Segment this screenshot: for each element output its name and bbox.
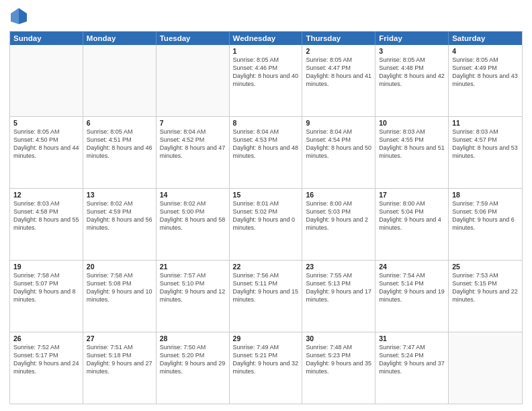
- day-number: 12: [13, 191, 79, 199]
- page: SundayMondayTuesdayWednesdayThursdayFrid…: [0, 0, 532, 411]
- calendar-cell: 30Sunrise: 7:48 AM Sunset: 5:23 PM Dayli…: [302, 332, 375, 404]
- day-info: Sunrise: 7:48 AM Sunset: 5:23 PM Dayligh…: [306, 343, 371, 376]
- day-number: 8: [233, 119, 299, 127]
- calendar-cell: 23Sunrise: 7:55 AM Sunset: 5:13 PM Dayli…: [302, 261, 375, 332]
- day-info: Sunrise: 7:50 AM Sunset: 5:20 PM Dayligh…: [160, 343, 226, 376]
- day-info: Sunrise: 8:05 AM Sunset: 4:48 PM Dayligh…: [379, 56, 445, 89]
- day-info: Sunrise: 8:05 AM Sunset: 4:51 PM Dayligh…: [87, 128, 152, 161]
- header-day-monday: Monday: [83, 32, 157, 45]
- day-number: 15: [233, 191, 299, 199]
- day-info: Sunrise: 8:03 AM Sunset: 4:55 PM Dayligh…: [379, 128, 445, 161]
- calendar-cell: 20Sunrise: 7:58 AM Sunset: 5:08 PM Dayli…: [83, 261, 157, 332]
- day-info: Sunrise: 7:49 AM Sunset: 5:21 PM Dayligh…: [233, 343, 299, 376]
- calendar-cell: 25Sunrise: 7:53 AM Sunset: 5:15 PM Dayli…: [449, 261, 522, 332]
- day-info: Sunrise: 8:04 AM Sunset: 4:54 PM Dayligh…: [306, 128, 371, 161]
- calendar-cell: 11Sunrise: 8:03 AM Sunset: 4:57 PM Dayli…: [449, 117, 522, 188]
- day-number: 5: [13, 119, 79, 127]
- day-number: 6: [87, 119, 152, 127]
- day-number: 17: [379, 191, 445, 199]
- calendar-cell: [83, 45, 157, 116]
- day-number: 11: [452, 119, 519, 127]
- calendar-cell: 26Sunrise: 7:52 AM Sunset: 5:17 PM Dayli…: [10, 332, 83, 404]
- calendar-cell: [10, 45, 83, 116]
- day-number: 19: [13, 263, 79, 271]
- calendar-cell: 1Sunrise: 8:05 AM Sunset: 4:46 PM Daylig…: [230, 45, 303, 116]
- header-day-sunday: Sunday: [10, 32, 83, 45]
- day-number: 23: [306, 263, 371, 271]
- day-info: Sunrise: 7:47 AM Sunset: 5:24 PM Dayligh…: [379, 343, 445, 376]
- day-info: Sunrise: 8:00 AM Sunset: 5:03 PM Dayligh…: [306, 199, 371, 232]
- calendar-row-3: 12Sunrise: 8:03 AM Sunset: 4:58 PM Dayli…: [10, 188, 522, 260]
- day-number: 18: [452, 191, 519, 199]
- day-info: Sunrise: 7:58 AM Sunset: 5:07 PM Dayligh…: [13, 271, 79, 304]
- day-info: Sunrise: 7:58 AM Sunset: 5:08 PM Dayligh…: [87, 271, 152, 304]
- day-info: Sunrise: 7:51 AM Sunset: 5:18 PM Dayligh…: [87, 343, 152, 376]
- day-number: 13: [87, 191, 152, 199]
- calendar-cell: 4Sunrise: 8:05 AM Sunset: 4:49 PM Daylig…: [449, 45, 522, 116]
- day-info: Sunrise: 7:53 AM Sunset: 5:15 PM Dayligh…: [452, 271, 519, 304]
- calendar-cell: 12Sunrise: 8:03 AM Sunset: 4:58 PM Dayli…: [10, 189, 83, 260]
- day-info: Sunrise: 8:02 AM Sunset: 5:00 PM Dayligh…: [160, 199, 226, 232]
- day-number: 29: [233, 334, 299, 342]
- day-number: 20: [87, 263, 152, 271]
- day-info: Sunrise: 8:03 AM Sunset: 4:58 PM Dayligh…: [13, 199, 79, 232]
- calendar-row-5: 26Sunrise: 7:52 AM Sunset: 5:17 PM Dayli…: [10, 332, 522, 404]
- calendar-cell: 9Sunrise: 8:04 AM Sunset: 4:54 PM Daylig…: [302, 117, 375, 188]
- day-info: Sunrise: 7:52 AM Sunset: 5:17 PM Dayligh…: [13, 343, 79, 376]
- calendar-cell: 18Sunrise: 7:59 AM Sunset: 5:06 PM Dayli…: [449, 189, 522, 260]
- calendar-header: SundayMondayTuesdayWednesdayThursdayFrid…: [10, 32, 522, 45]
- calendar-cell: 31Sunrise: 7:47 AM Sunset: 5:24 PM Dayli…: [375, 332, 449, 404]
- day-number: 25: [452, 263, 519, 271]
- day-number: 16: [306, 191, 371, 199]
- day-info: Sunrise: 8:02 AM Sunset: 4:59 PM Dayligh…: [87, 199, 152, 232]
- day-info: Sunrise: 8:04 AM Sunset: 4:53 PM Dayligh…: [233, 128, 299, 161]
- svg-marker-0: [19, 8, 27, 24]
- header: [9, 7, 523, 26]
- day-info: Sunrise: 7:56 AM Sunset: 5:11 PM Dayligh…: [233, 271, 299, 304]
- calendar-cell: [157, 45, 230, 116]
- day-info: Sunrise: 7:55 AM Sunset: 5:13 PM Dayligh…: [306, 271, 371, 304]
- header-day-wednesday: Wednesday: [230, 32, 303, 45]
- calendar-cell: 16Sunrise: 8:00 AM Sunset: 5:03 PM Dayli…: [302, 189, 375, 260]
- day-number: 10: [379, 119, 445, 127]
- day-number: 31: [379, 334, 445, 342]
- header-day-friday: Friday: [375, 32, 449, 45]
- calendar-cell: 2Sunrise: 8:05 AM Sunset: 4:47 PM Daylig…: [302, 45, 375, 116]
- calendar-cell: [449, 332, 522, 404]
- day-number: 21: [160, 263, 226, 271]
- logo-icon: [9, 7, 28, 26]
- calendar-cell: 13Sunrise: 8:02 AM Sunset: 4:59 PM Dayli…: [83, 189, 157, 260]
- day-info: Sunrise: 8:05 AM Sunset: 4:47 PM Dayligh…: [306, 56, 371, 89]
- day-number: 9: [306, 119, 371, 127]
- calendar-cell: 7Sunrise: 8:04 AM Sunset: 4:52 PM Daylig…: [157, 117, 230, 188]
- calendar-cell: 28Sunrise: 7:50 AM Sunset: 5:20 PM Dayli…: [157, 332, 230, 404]
- day-number: 30: [306, 334, 371, 342]
- day-info: Sunrise: 7:57 AM Sunset: 5:10 PM Dayligh…: [160, 271, 226, 304]
- day-info: Sunrise: 7:59 AM Sunset: 5:06 PM Dayligh…: [452, 199, 519, 232]
- calendar-cell: 29Sunrise: 7:49 AM Sunset: 5:21 PM Dayli…: [230, 332, 303, 404]
- day-number: 1: [233, 47, 299, 55]
- day-number: 2: [306, 47, 371, 55]
- day-number: 22: [233, 263, 299, 271]
- calendar-row-1: 1Sunrise: 8:05 AM Sunset: 4:46 PM Daylig…: [10, 45, 522, 116]
- day-info: Sunrise: 8:05 AM Sunset: 4:50 PM Dayligh…: [13, 128, 79, 161]
- calendar-body: 1Sunrise: 8:05 AM Sunset: 4:46 PM Daylig…: [10, 45, 522, 404]
- calendar-cell: 5Sunrise: 8:05 AM Sunset: 4:50 PM Daylig…: [10, 117, 83, 188]
- calendar-cell: 27Sunrise: 7:51 AM Sunset: 5:18 PM Dayli…: [83, 332, 157, 404]
- calendar-row-4: 19Sunrise: 7:58 AM Sunset: 5:07 PM Dayli…: [10, 260, 522, 332]
- day-info: Sunrise: 8:05 AM Sunset: 4:49 PM Dayligh…: [452, 56, 519, 89]
- day-info: Sunrise: 8:01 AM Sunset: 5:02 PM Dayligh…: [233, 199, 299, 232]
- day-info: Sunrise: 7:54 AM Sunset: 5:14 PM Dayligh…: [379, 271, 445, 304]
- day-number: 24: [379, 263, 445, 271]
- calendar-cell: 8Sunrise: 8:04 AM Sunset: 4:53 PM Daylig…: [230, 117, 303, 188]
- day-number: 7: [160, 119, 226, 127]
- day-info: Sunrise: 8:00 AM Sunset: 5:04 PM Dayligh…: [379, 199, 445, 232]
- logo: [9, 7, 31, 26]
- header-day-saturday: Saturday: [449, 32, 522, 45]
- day-number: 3: [379, 47, 445, 55]
- calendar-cell: 10Sunrise: 8:03 AM Sunset: 4:55 PM Dayli…: [375, 117, 449, 188]
- calendar-cell: 3Sunrise: 8:05 AM Sunset: 4:48 PM Daylig…: [375, 45, 449, 116]
- calendar-cell: 6Sunrise: 8:05 AM Sunset: 4:51 PM Daylig…: [83, 117, 157, 188]
- day-number: 27: [87, 334, 152, 342]
- svg-marker-1: [11, 8, 19, 24]
